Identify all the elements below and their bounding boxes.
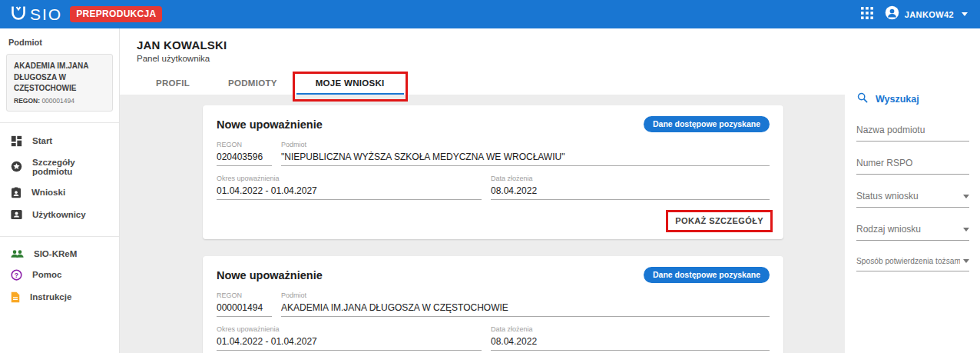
sidebar-item-uzytkownicy[interactable]: Użytkownicy [0, 204, 119, 225]
tab-profil[interactable]: PROFIL [137, 70, 209, 95]
field-label: Podmiot [281, 141, 770, 148]
input-placeholder: Nazwa podmiotu [856, 125, 969, 135]
help-circle-icon: ? [11, 269, 22, 281]
field-regon: REGON 000001494 [217, 291, 272, 317]
svg-text:?: ? [15, 271, 18, 278]
chevron-down-icon [962, 12, 968, 16]
field-okres-upowaznienia: Okres upoważnienia 01.04.2022 - 01.04.20… [217, 175, 482, 200]
field-value: AKADEMIA IM.JANA DŁUGOSZA W CZĘSTOCHOWIE [281, 302, 770, 313]
filter-select-sposob-potwierdzenia-tozsamosci[interactable]: Sposób potwierdzenia tożsamości [856, 257, 969, 271]
sio-logo-icon [9, 4, 28, 25]
field-value: 08.04.2022 [491, 185, 770, 196]
tab-podmioty[interactable]: PODMIOTY [209, 70, 296, 95]
wniosek-card: Nowe upoważnienie Dane dostępowe pozyska… [203, 105, 783, 239]
field-podmiot: Podmiot "NIEPUBLICZNA WYŻSZA SZKOŁA MEDY… [281, 141, 770, 166]
tab-moje-wnioski[interactable]: MOJE WNIOSKI [296, 70, 404, 95]
field-value: 000001494 [217, 302, 272, 313]
sidebar-item-label: Wnioski [31, 188, 65, 197]
sidebar-item-wnioski[interactable]: Wnioski [0, 181, 119, 204]
sidebar-item-pomoc[interactable]: ? Pomoc [0, 264, 119, 286]
search-label: Wyszukaj [876, 94, 919, 105]
field-okres-upowaznienia: Okres upoważnienia 01.04.2022 - 01.04.20… [217, 325, 482, 351]
account-circle-icon [885, 5, 899, 23]
field-value: 08.04.2022 [491, 336, 770, 347]
field-label: Podmiot [281, 291, 770, 299]
field-value: 020403596 [217, 152, 272, 162]
entity-regon: REGON: 000001494 [14, 97, 105, 105]
entity-name: AKADEMIA IM.JANA DŁUGOSZA W CZĘSTOCHOWIE [14, 61, 105, 95]
divider [0, 122, 119, 123]
field-label: REGON [217, 141, 272, 148]
tab-bar: PROFIL PODMIOTY MOJE WNIOSKI [137, 70, 845, 95]
field-regon: REGON 020403596 [217, 141, 272, 166]
sidebar-item-label: Instrukcje [30, 292, 71, 301]
username: JANKOW42 [905, 10, 954, 19]
topbar: SIO PREPRODUKCJA JANKOW42 [0, 0, 980, 28]
filter-input-numer-rspo[interactable]: Numer RSPO [856, 158, 969, 175]
filter-select-rodzaj-wniosku[interactable]: Rodzaj wniosku [856, 224, 969, 241]
search-icon [856, 92, 869, 107]
field-value: 01.04.2022 - 01.04.2027 [217, 185, 482, 196]
sidebar-item-label: Start [32, 136, 52, 145]
chevron-down-icon [963, 195, 969, 198]
field-label: Data złożenia [491, 325, 770, 333]
status-badge: Dane dostępowe pozyskane [644, 116, 770, 132]
chevron-down-icon [963, 228, 969, 231]
field-label: Okres upoważnienia [217, 325, 482, 333]
sio-logo[interactable]: SIO [9, 4, 62, 25]
assignment-person-icon [11, 187, 22, 198]
user-menu[interactable]: JANKOW42 [885, 5, 968, 23]
field-label: REGON [217, 291, 272, 299]
entity-regon-label: REGON: [14, 97, 40, 105]
chevron-down-icon [963, 259, 969, 263]
sidebar-item-label: Użytkownicy [32, 210, 86, 219]
environment-badge: PREPRODUKCJA [70, 6, 162, 22]
sidebar-item-sio-krem[interactable]: SIO-KReM [0, 244, 119, 264]
apps-grid-icon[interactable] [861, 7, 873, 22]
tab-label: MOJE WNIOSKI [316, 78, 385, 88]
main-content: JAN KOWALSKI Panel użytkownika PROFIL PO… [120, 28, 845, 353]
filter-input-nazwa-podmiotu[interactable]: Nazwa podmiotu [856, 125, 969, 142]
field-data-zlozenia: Data złożenia 08.04.2022 [491, 325, 770, 351]
field-data-zlozenia: Data złożenia 08.04.2022 [491, 175, 770, 200]
page-subtitle: Panel użytkownika [137, 54, 845, 63]
button-label: POKAŻ SZCZEGÓŁY [675, 216, 763, 225]
field-podmiot: Podmiot AKADEMIA IM.JANA DŁUGOSZA W CZĘS… [281, 291, 770, 317]
show-details-button[interactable]: POKAŻ SZCZEGÓŁY [669, 211, 770, 230]
field-label: Data złożenia [491, 175, 770, 182]
filter-select-status-wniosku[interactable]: Status wniosku [856, 191, 969, 208]
input-placeholder: Numer RSPO [856, 158, 969, 168]
search-header[interactable]: Wyszukaj [856, 92, 969, 107]
card-title: Nowe upoważnienie [217, 118, 323, 131]
field-value: 01.04.2022 - 01.04.2027 [217, 336, 482, 347]
logo-text: SIO [30, 6, 62, 22]
filter-panel: Wyszukaj Nazwa podmiotu Numer RSPO Statu… [845, 28, 980, 353]
sidebar-item-instrukcje[interactable]: Instrukcje [0, 286, 119, 308]
wniosek-card: Nowe upoważnienie Dane dostępowe pozyska… [203, 256, 783, 353]
page-header: JAN KOWALSKI Panel użytkownika PROFIL PO… [120, 28, 845, 95]
sidebar-item-label: SIO-KReM [34, 249, 77, 258]
entity-card: AKADEMIA IM.JANA DŁUGOSZA W CZĘSTOCHOWIE… [6, 54, 113, 112]
sidebar-item-szczegoly-podmiotu[interactable]: Szczegóły podmiotu [0, 152, 119, 181]
card-title: Nowe upoważnienie [217, 269, 323, 281]
select-label: Rodzaj wniosku [856, 224, 960, 235]
status-badge: Dane dostępowe pozyskane [644, 267, 770, 283]
sidebar-item-label: Pomoc [32, 270, 61, 279]
document-icon [11, 291, 20, 303]
divider [0, 236, 119, 237]
content-area: Nowe upoważnienie Dane dostępowe pozyska… [120, 95, 845, 353]
sidebar-item-start[interactable]: Start [0, 130, 119, 152]
page-title: JAN KOWALSKI [137, 38, 845, 52]
user-card-icon [11, 209, 22, 220]
sidebar-section-label: Podmiot [0, 38, 119, 47]
sidebar-item-label: Szczegóły podmiotu [32, 158, 108, 176]
people-group-icon [11, 249, 24, 258]
select-label: Sposób potwierdzenia tożsamości [856, 257, 960, 265]
entity-regon-value: 000001494 [41, 97, 74, 105]
field-label: Okres upoważnienia [217, 175, 482, 182]
star-circle-icon [11, 161, 22, 172]
select-label: Status wniosku [856, 191, 960, 201]
left-sidebar: Podmiot AKADEMIA IM.JANA DŁUGOSZA W CZĘS… [0, 28, 120, 353]
field-value: "NIEPUBLICZNA WYŻSZA SZKOŁA MEDYCZNA WE … [281, 152, 770, 162]
dashboard-icon [11, 135, 22, 147]
